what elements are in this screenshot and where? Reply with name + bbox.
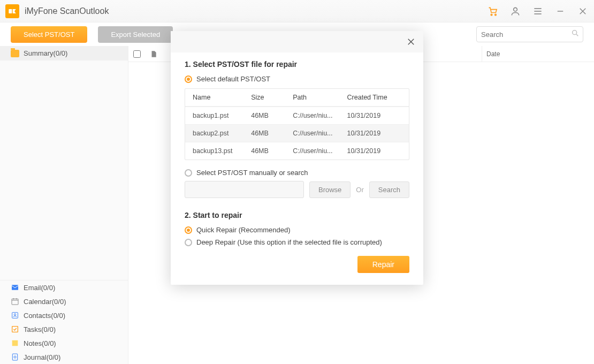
svg-point-2 (495, 14, 497, 15)
svg-line-11 (576, 34, 578, 36)
sidebar-item-notes[interactable]: Notes(0/0) (0, 336, 128, 350)
titlebar: iMyFone ScanOutlook (0, 0, 594, 22)
browse-button[interactable]: Browse (309, 181, 351, 198)
sidebar-item-label: Email(0/0) (24, 284, 55, 292)
sidebar-item-calendar[interactable]: Calendar(0/0) (0, 294, 128, 308)
radio-label: Select PST/OST manually or search (196, 169, 308, 177)
svg-rect-13 (12, 299, 18, 305)
col-size: Size (251, 94, 293, 101)
svg-point-18 (14, 314, 16, 315)
dialog-close-icon[interactable] (406, 37, 416, 47)
calendar-icon (11, 297, 19, 306)
radio-label: Quick Repair (Recommended) (196, 226, 291, 234)
sidebar-item-summary[interactable]: Summary(0/0) (0, 46, 128, 60)
table-row[interactable]: backup13.pst 46MB C://user/niu... 10/31/… (185, 142, 409, 160)
user-icon[interactable] (509, 5, 521, 17)
step1-title: 1. Select PST/OST file for repair (185, 60, 409, 69)
col-path: Path (293, 94, 347, 101)
search-input[interactable] (481, 31, 571, 39)
table-header: Name Size Path Created Time (185, 89, 409, 107)
minimize-icon[interactable] (554, 5, 566, 17)
svg-rect-19 (12, 327, 18, 332)
sidebar-item-label: Contacts(0/0) (24, 312, 65, 320)
date-column[interactable]: Date (482, 46, 594, 62)
col-name: Name (193, 94, 251, 101)
sidebar-item-label: Tasks(0/0) (24, 325, 56, 333)
search-icon (571, 29, 580, 40)
radio-select-default[interactable]: Select default PST/OST (185, 75, 409, 83)
svg-point-10 (573, 31, 577, 35)
search-box[interactable] (476, 26, 583, 42)
svg-rect-12 (12, 285, 18, 290)
svg-rect-21 (12, 354, 17, 360)
radio-quick-repair[interactable]: Quick Repair (Recommended) (185, 226, 409, 234)
svg-point-3 (514, 7, 517, 11)
tasks-icon (11, 325, 19, 333)
search-button[interactable]: Search (369, 181, 409, 198)
radio-icon (185, 169, 192, 177)
select-all-checkbox[interactable] (133, 50, 141, 58)
table-row[interactable]: backup1.pst 46MB C://user/niu... 10/31/2… (185, 107, 409, 124)
radio-deep-repair[interactable]: Deep Repair (Use this option if the sele… (185, 238, 409, 246)
sidebar-item-tasks[interactable]: Tasks(0/0) (0, 322, 128, 336)
menu-icon[interactable] (532, 5, 544, 17)
sidebar-item-label: Summary(0/0) (24, 49, 67, 57)
or-label: Or (356, 186, 363, 194)
journal-icon (11, 353, 19, 361)
close-icon[interactable] (577, 5, 589, 17)
repair-dialog: 1. Select PST/OST file for repair Select… (171, 31, 423, 285)
svg-point-1 (491, 14, 492, 15)
radio-icon (185, 226, 192, 234)
repair-button[interactable]: Repair (357, 256, 409, 273)
sidebar-item-label: Journal(0/0) (24, 353, 60, 361)
step2-title: 2. Start to repair (185, 211, 409, 219)
svg-point-22 (14, 356, 16, 358)
file-column-icon (146, 50, 162, 58)
sidebar-item-label: Notes(0/0) (24, 339, 56, 347)
app-logo (5, 4, 19, 18)
radio-select-manual[interactable]: Select PST/OST manually or search (185, 169, 409, 177)
svg-rect-20 (12, 340, 18, 346)
sidebar-item-contacts[interactable]: Contacts(0/0) (0, 308, 128, 322)
folder-icon (11, 50, 19, 57)
export-selected-button[interactable]: Export Selected (98, 26, 173, 43)
cart-icon[interactable] (487, 5, 499, 17)
mail-icon (11, 283, 19, 292)
radio-label: Select default PST/OST (196, 75, 270, 83)
manual-path-input[interactable] (185, 181, 304, 198)
sidebar: Summary(0/0) Email(0/0) Calendar(0/0) Co… (0, 46, 128, 364)
radio-icon (185, 75, 192, 83)
table-row[interactable]: backup2.pst 46MB C://user/niu... 10/31/2… (185, 124, 409, 142)
app-title: iMyFone ScanOutlook (25, 6, 109, 16)
notes-icon (11, 339, 19, 347)
radio-label: Deep Repair (Use this option if the sele… (196, 238, 382, 246)
sidebar-item-email[interactable]: Email(0/0) (0, 280, 128, 294)
svg-rect-0 (9, 9, 12, 13)
contacts-icon (11, 311, 19, 320)
select-pst-button[interactable]: Select PST/OST (11, 26, 87, 43)
sidebar-item-label: Calendar(0/0) (24, 298, 66, 306)
col-created: Created Time (347, 94, 401, 101)
file-table: Name Size Path Created Time backup1.pst … (185, 88, 409, 160)
radio-icon (185, 239, 192, 246)
sidebar-item-journal[interactable]: Journal(0/0) (0, 350, 128, 364)
